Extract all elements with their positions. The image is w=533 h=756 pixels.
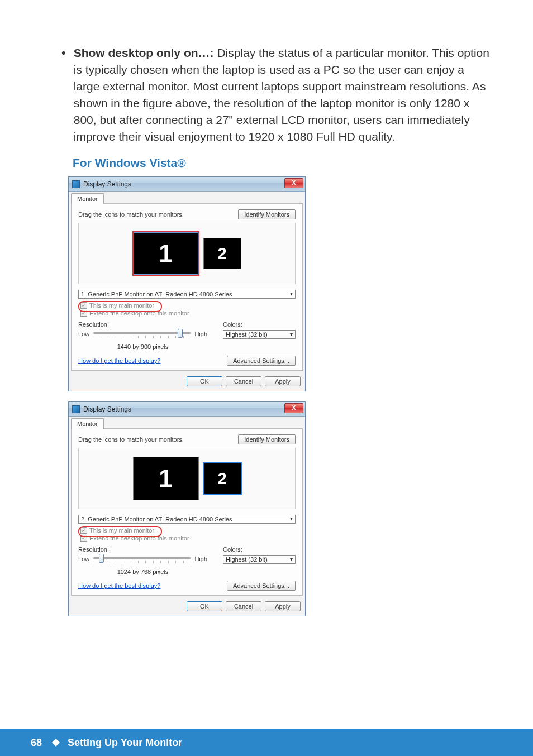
extend-desktop-checkbox-row: ✓ Extend the desktop onto this monitor — [80, 535, 296, 542]
app-icon — [72, 180, 80, 188]
monitor-dropdown[interactable]: 2. Generic PnP Monitor on ATI Radeon HD … — [78, 515, 296, 524]
instruction-text: Drag the icons to match your monitors. — [78, 436, 184, 443]
extend-desktop-label: Extend the desktop onto this monitor — [89, 310, 189, 317]
apply-button[interactable]: Apply — [265, 601, 301, 611]
colors-dropdown[interactable]: Highest (32 bit) — [223, 330, 296, 339]
main-monitor-checkbox-row: ✓ This is my main monitor — [80, 302, 296, 309]
dialog-buttons: OK Cancel Apply — [69, 373, 305, 391]
slider-thumb[interactable] — [99, 554, 104, 563]
tab-monitor[interactable]: Monitor — [71, 418, 104, 429]
resolution-slider[interactable] — [93, 555, 191, 563]
extend-desktop-label: Extend the desktop onto this monitor — [89, 535, 189, 542]
resolution-value: 1440 by 900 pixels — [78, 343, 207, 350]
help-link[interactable]: How do I get the best display? — [78, 582, 160, 589]
page-number: 68 — [31, 737, 42, 749]
titlebar[interactable]: Display Settings X — [69, 402, 305, 417]
window-title: Display Settings — [83, 180, 131, 188]
main-monitor-checkbox[interactable]: ✓ — [80, 527, 87, 534]
advanced-settings-button[interactable]: Advanced Settings... — [227, 581, 296, 591]
page-footer: 68 Setting Up Your Monitor — [0, 729, 533, 756]
monitor-dropdown[interactable]: 1. Generic PnP Monitor on ATI Radeon HD … — [78, 290, 296, 299]
body-paragraph: Show desktop only on…: Display the statu… — [74, 45, 491, 145]
identify-monitors-button[interactable]: Identify Monitors — [238, 209, 296, 219]
advanced-settings-button[interactable]: Advanced Settings... — [227, 356, 296, 366]
titlebar[interactable]: Display Settings X — [69, 177, 305, 192]
extend-desktop-checkbox[interactable]: ✓ — [80, 310, 87, 317]
footer-section-title: Setting Up Your Monitor — [68, 737, 182, 749]
bullet-item: • Show desktop only on…: Display the sta… — [61, 45, 491, 145]
monitor-icon-2[interactable]: 2 — [203, 463, 241, 494]
slider-low-label: Low — [78, 556, 89, 562]
monitor-icon-2[interactable]: 2 — [203, 238, 241, 269]
cancel-button[interactable]: Cancel — [226, 601, 261, 611]
resolution-label: Resolution: — [78, 546, 207, 553]
monitor-icon-1[interactable]: 1 — [133, 232, 199, 275]
extend-desktop-checkbox-row: ✓ Extend the desktop onto this monitor — [80, 310, 296, 317]
paragraph-lead: Show desktop only on…: — [74, 46, 214, 59]
dialog-buttons: OK Cancel Apply — [69, 598, 305, 616]
cancel-button[interactable]: Cancel — [226, 376, 261, 386]
tab-body: Drag the icons to match your monitors. I… — [71, 203, 303, 371]
colors-label: Colors: — [223, 546, 296, 553]
ok-button[interactable]: OK — [187, 601, 222, 611]
monitor-arrangement-canvas[interactable]: 1 2 — [78, 223, 296, 284]
display-settings-dialog-2: Display Settings X Monitor Drag the icon… — [68, 401, 306, 616]
window-title: Display Settings — [83, 405, 131, 413]
monitor-arrangement-canvas[interactable]: 1 2 — [78, 448, 296, 509]
instruction-text: Drag the icons to match your monitors. — [78, 211, 184, 218]
main-monitor-label: This is my main monitor — [89, 302, 154, 309]
main-monitor-checkbox-row: ✓ This is my main monitor — [80, 527, 296, 534]
colors-dropdown[interactable]: Highest (32 bit) — [223, 555, 296, 564]
footer-diamond-icon — [52, 739, 60, 747]
tab-monitor[interactable]: Monitor — [71, 193, 104, 204]
slider-low-label: Low — [78, 331, 89, 337]
main-monitor-label: This is my main monitor — [89, 527, 154, 534]
monitor-icon-1[interactable]: 1 — [133, 457, 199, 500]
close-button[interactable]: X — [284, 403, 303, 413]
extend-desktop-checkbox[interactable]: ✓ — [80, 535, 87, 542]
ok-button[interactable]: OK — [187, 376, 222, 386]
slider-thumb[interactable] — [178, 329, 183, 338]
resolution-value: 1024 by 768 pixels — [78, 568, 207, 575]
tab-strip: Monitor — [69, 192, 305, 204]
tab-strip: Monitor — [69, 417, 305, 429]
slider-high-label: High — [194, 331, 207, 337]
section-heading: For Windows Vista® — [73, 156, 491, 170]
main-monitor-checkbox[interactable]: ✓ — [80, 302, 87, 309]
display-settings-dialog-1: Display Settings X Monitor Drag the icon… — [68, 176, 306, 391]
identify-monitors-button[interactable]: Identify Monitors — [238, 434, 296, 444]
resolution-label: Resolution: — [78, 321, 207, 328]
help-link[interactable]: How do I get the best display? — [78, 357, 160, 364]
app-icon — [72, 405, 80, 413]
close-button[interactable]: X — [284, 178, 303, 188]
paragraph-rest: Display the status of a particular monit… — [74, 46, 489, 143]
bullet-dot: • — [61, 45, 66, 145]
tab-body: Drag the icons to match your monitors. I… — [71, 428, 303, 596]
resolution-slider[interactable] — [93, 330, 191, 338]
apply-button[interactable]: Apply — [265, 376, 301, 386]
colors-label: Colors: — [223, 321, 296, 328]
slider-high-label: High — [194, 556, 207, 562]
